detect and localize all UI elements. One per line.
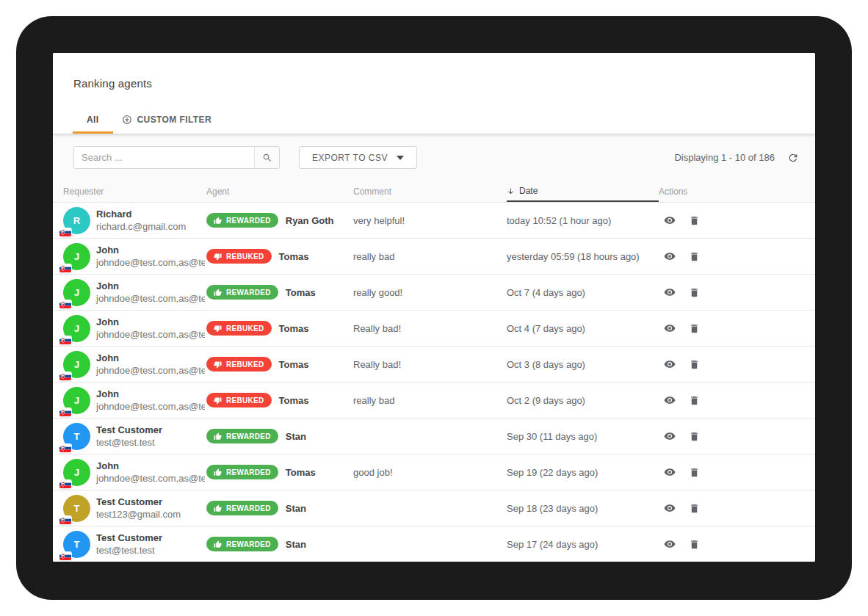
page: Ranking agents All CUSTOM FILTER EXPORT …: [0, 0, 868, 616]
tab-all[interactable]: All: [73, 107, 113, 134]
requester-name: Test Customer: [96, 424, 162, 436]
view-button[interactable]: [662, 429, 677, 443]
delete-button[interactable]: [687, 249, 701, 264]
table-row: T Test Customer test@test.test: [53, 526, 815, 562]
requester-email: johndoe@test.com,as@te: [96, 364, 205, 377]
search-icon: [262, 153, 272, 163]
delete-button[interactable]: [687, 393, 701, 407]
slovakia-flag-icon: [59, 516, 71, 524]
thumbs-up-icon: [214, 504, 222, 512]
ranking-badge: REWARDED: [206, 465, 278, 479]
displaying-count: Displaying 1 - 10 of 186: [674, 152, 775, 163]
agent-cell: REWARDED Tomas: [206, 465, 353, 479]
eye-icon: [663, 358, 676, 371]
column-header-comment[interactable]: Comment: [353, 181, 507, 202]
date-text: Sep 18 (23 days ago): [507, 503, 659, 514]
thumbs-down-icon: [214, 396, 222, 405]
actions-cell: [659, 501, 815, 515]
avatar-wrap: T: [63, 423, 90, 450]
agent-name: Tomas: [286, 287, 316, 298]
view-button[interactable]: [662, 393, 677, 407]
agent-cell: REBUKED Tomas: [206, 357, 353, 372]
agent-cell: REWARDED Ryan Goth: [206, 213, 353, 228]
ranking-badge: REWARDED: [206, 213, 278, 228]
requester-email: test@test.test: [96, 436, 162, 449]
column-header-date[interactable]: Date: [507, 181, 659, 202]
eye-icon: [663, 322, 676, 335]
avatar-wrap: J: [63, 243, 90, 270]
agent-name: Tomas: [279, 359, 309, 370]
refresh-button[interactable]: [786, 151, 800, 165]
avatar-wrap: J: [63, 459, 90, 486]
table-row: R Richard richard.c@gmail.com: [53, 202, 815, 238]
trash-icon: [689, 503, 700, 514]
thumbs-up-icon: [214, 289, 222, 297]
column-header-agent[interactable]: Agent: [206, 181, 353, 202]
requester-cell: J John johndoe@test.com,as@te: [63, 311, 206, 346]
view-button[interactable]: [662, 321, 677, 336]
requester-cell: J John johndoe@test.com,as@te: [63, 239, 206, 274]
view-button[interactable]: [662, 501, 677, 515]
delete-button[interactable]: [687, 321, 701, 336]
requester-name: John: [96, 280, 205, 292]
delete-button[interactable]: [687, 501, 701, 515]
eye-icon: [663, 214, 676, 227]
view-button[interactable]: [662, 537, 677, 551]
trash-icon: [689, 287, 700, 298]
agent-name: Tomas: [279, 251, 309, 262]
date-text: Sep 30 (11 days ago): [507, 431, 659, 442]
search-button[interactable]: [254, 147, 279, 168]
view-button[interactable]: [662, 249, 677, 264]
table-header: Requester Agent Comment Date Actions: [53, 181, 815, 202]
avatar-wrap: R: [63, 207, 90, 234]
search-input[interactable]: [74, 147, 254, 168]
column-header-requester[interactable]: Requester: [63, 181, 206, 202]
requester-name: John: [96, 244, 205, 256]
date-text: Sep 19 (22 days ago): [507, 467, 659, 478]
delete-button[interactable]: [687, 429, 701, 443]
table-row: J John johndoe@test.com,as@te: [53, 274, 815, 310]
requester-email: johndoe@test.com,as@te: [96, 400, 205, 413]
export-to-csv-button[interactable]: EXPORT TO CSV: [299, 146, 417, 169]
actions-cell: [659, 429, 815, 443]
trash-icon: [689, 539, 700, 550]
delete-button[interactable]: [687, 285, 701, 300]
badge-label: REWARDED: [226, 504, 271, 512]
view-button[interactable]: [662, 465, 677, 479]
view-button[interactable]: [662, 213, 677, 228]
date-text: today 10:52 (1 hour ago): [507, 215, 659, 226]
delete-button[interactable]: [687, 213, 701, 228]
agent-name: Stan: [286, 503, 306, 514]
sort-descending-icon: [507, 187, 515, 195]
avatar-wrap: J: [63, 315, 90, 342]
thumbs-up-icon: [214, 468, 222, 477]
view-button[interactable]: [662, 357, 677, 372]
thumbs-up-icon: [214, 217, 222, 225]
table-row: J John johndoe@test.com,as@te: [53, 454, 815, 490]
delete-button[interactable]: [687, 537, 701, 551]
column-header-actions: Actions: [659, 181, 815, 202]
requester-email: test123@gmail.com: [96, 508, 181, 521]
agent-cell: REWARDED Stan: [206, 429, 353, 443]
refresh-icon: [787, 152, 799, 164]
tab-custom-filter[interactable]: CUSTOM FILTER: [113, 107, 220, 134]
agent-cell: REWARDED Stan: [206, 501, 353, 515]
ranking-badge: REBUKED: [206, 393, 272, 407]
delete-button[interactable]: [687, 357, 701, 372]
agent-name: Stan: [286, 431, 306, 442]
app-window: Ranking agents All CUSTOM FILTER EXPORT …: [53, 53, 815, 562]
avatar-wrap: J: [63, 387, 90, 414]
view-button[interactable]: [662, 285, 677, 300]
trash-icon: [689, 251, 700, 262]
requester-cell: J John johndoe@test.com,as@te: [63, 347, 206, 382]
requester-name: John: [96, 352, 205, 364]
badge-label: REBUKED: [226, 253, 264, 261]
slovakia-flag-icon: [59, 552, 71, 560]
avatar-wrap: J: [63, 279, 90, 306]
avatar-wrap: T: [63, 495, 90, 522]
tab-all-label: All: [87, 115, 99, 125]
badge-label: REWARDED: [226, 540, 271, 548]
badge-label: REWARDED: [226, 217, 271, 225]
plus-circle-icon: [122, 115, 132, 125]
delete-button[interactable]: [687, 465, 701, 479]
